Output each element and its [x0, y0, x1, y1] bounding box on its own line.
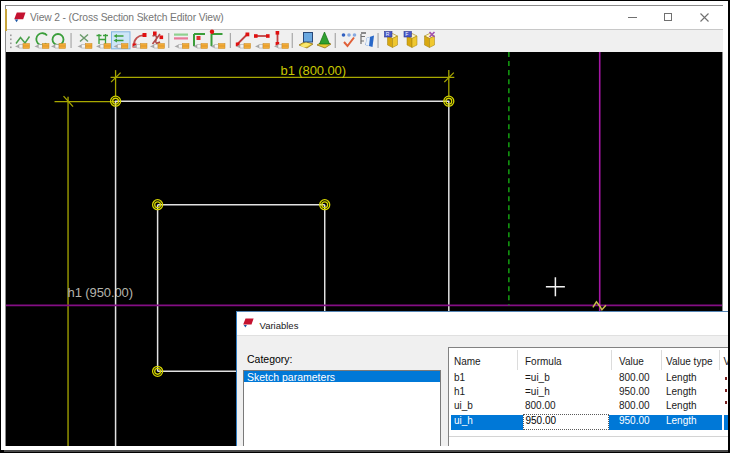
svg-text:h1 (950.00): h1 (950.00): [68, 285, 133, 300]
svg-text:R: R: [386, 31, 390, 37]
svg-text:b1 (800.00): b1 (800.00): [281, 63, 346, 78]
svg-text:F: F: [405, 31, 408, 37]
